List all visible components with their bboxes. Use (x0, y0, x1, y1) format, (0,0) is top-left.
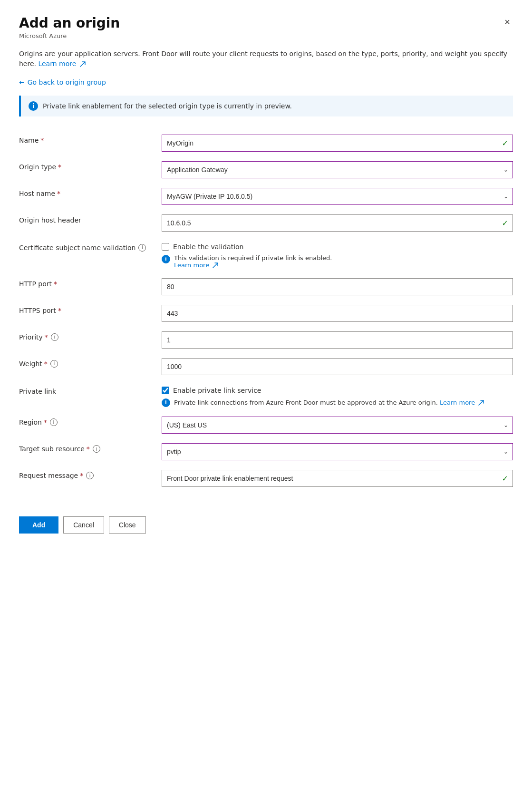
request-message-input[interactable] (162, 470, 513, 487)
name-required-star: * (40, 136, 44, 144)
weight-field (162, 353, 513, 380)
region-field: (US) East US ⌄ (162, 412, 513, 438)
description-text: Origins are your application servers. Fr… (19, 49, 513, 69)
cert-validation-info-icon[interactable]: i (138, 244, 146, 252)
host-name-field: MyAGW (Private IP 10.6.0.5) ⌄ (162, 183, 513, 210)
private-link-checkbox-label: Enable private link service (173, 387, 261, 394)
cert-validation-label: Certificate subject name validation i (19, 236, 152, 273)
origin-type-required-star: * (58, 163, 61, 171)
host-name-select[interactable]: MyAGW (Private IP 10.6.0.5) (162, 188, 513, 205)
add-button[interactable]: Add (19, 516, 58, 534)
cert-note-info-icon: i (162, 255, 170, 263)
origin-type-field: Application Gateway ⌄ (162, 156, 513, 183)
cert-validation-checkbox-label: Enable the validation (173, 243, 244, 251)
priority-required-star: * (45, 333, 48, 341)
request-message-required-star: * (80, 472, 83, 479)
name-input[interactable] (162, 135, 513, 152)
target-sub-resource-info-icon[interactable]: i (93, 445, 100, 453)
cert-validation-checkbox[interactable] (162, 243, 169, 251)
request-message-input-wrapper: ✓ (162, 470, 513, 487)
https-port-field (162, 300, 513, 327)
private-link-label: Private link (19, 380, 152, 412)
close-panel-button[interactable]: Close (109, 516, 146, 534)
private-link-learn-more-link[interactable]: Learn more (440, 399, 484, 406)
weight-required-star: * (44, 360, 48, 368)
https-port-label: HTTPS port * (19, 300, 152, 327)
host-name-required-star: * (57, 190, 60, 197)
close-button[interactable]: × (502, 15, 513, 29)
private-link-note: i Private link connections from Azure Fr… (162, 398, 484, 408)
back-link-label: Go back to origin group (28, 78, 106, 86)
cert-validation-note: i This validation is required if private… (162, 254, 332, 269)
target-sub-resource-field: pvtip ⌄ (162, 438, 513, 465)
weight-info-icon[interactable]: i (50, 360, 58, 368)
http-port-field (162, 273, 513, 300)
target-sub-resource-label: Target sub resource * i (19, 438, 152, 465)
https-port-input[interactable] (162, 305, 513, 322)
origin-type-select[interactable]: Application Gateway (162, 161, 513, 178)
private-link-note-info-icon: i (162, 398, 170, 407)
name-check-icon: ✓ (502, 138, 508, 147)
region-select[interactable]: (US) East US (162, 417, 513, 434)
info-banner-text: Private link enablement for the selected… (43, 102, 292, 110)
name-input-wrapper: ✓ (162, 135, 513, 152)
weight-input[interactable] (162, 358, 513, 375)
form: Name * ✓ Origin type * Application Gatew… (19, 130, 513, 492)
http-port-input[interactable] (162, 278, 513, 295)
region-label: Region * i (19, 412, 152, 438)
request-message-field: ✓ (162, 465, 513, 492)
panel-subtitle: Microsoft Azure (19, 32, 120, 39)
name-label: Name * (19, 130, 152, 156)
priority-field (162, 327, 513, 353)
weight-label: Weight * i (19, 353, 152, 380)
origin-host-header-field: ✓ (162, 210, 513, 236)
priority-label: Priority * i (19, 327, 152, 353)
description-learn-more-link[interactable]: Learn more (38, 60, 85, 68)
cert-validation-checkbox-row: Enable the validation (162, 243, 244, 251)
header-text: Add an origin Microsoft Azure (19, 15, 120, 39)
external-link-icon (80, 61, 86, 67)
description-body: Origins are your application servers. Fr… (19, 50, 507, 68)
target-sub-resource-select[interactable]: pvtip (162, 443, 513, 460)
back-link[interactable]: ← Go back to origin group (19, 78, 513, 86)
request-message-label: Request message * i (19, 465, 152, 492)
request-message-check-icon: ✓ (502, 474, 508, 483)
cancel-button[interactable]: Cancel (63, 516, 104, 534)
private-link-external-link-icon (478, 400, 484, 406)
private-link-note-text: Private link connections from Azure Fron… (174, 399, 484, 406)
region-required-star: * (44, 418, 47, 426)
cert-note-text: This validation is required if private l… (174, 254, 332, 262)
private-link-checkbox[interactable] (162, 387, 169, 394)
name-field: ✓ (162, 130, 513, 156)
http-port-required-star: * (54, 280, 57, 288)
cert-note-learn-more-link[interactable]: Learn more (174, 262, 218, 269)
origin-type-select-wrapper: Application Gateway ⌄ (162, 161, 513, 178)
panel-header: Add an origin Microsoft Azure × (19, 15, 513, 39)
cert-note-external-link-icon (213, 262, 218, 268)
footer-buttons: Add Cancel Close (19, 507, 513, 534)
host-name-label: Host name * (19, 183, 152, 210)
target-sub-resource-select-wrapper: pvtip ⌄ (162, 443, 513, 460)
cert-validation-field: Enable the validation i This validation … (162, 236, 513, 273)
origin-type-label: Origin type * (19, 156, 152, 183)
private-link-field: Enable private link service i Private li… (162, 380, 513, 412)
origin-host-header-label: Origin host header (19, 210, 152, 236)
info-banner-icon: i (29, 101, 38, 111)
target-sub-resource-required-star: * (87, 445, 90, 453)
info-banner: i Private link enablement for the select… (19, 96, 513, 116)
region-select-wrapper: (US) East US ⌄ (162, 417, 513, 434)
private-link-checkbox-row: Enable private link service (162, 387, 261, 394)
origin-host-header-check-icon: ✓ (502, 218, 508, 227)
origin-host-header-input-wrapper: ✓ (162, 214, 513, 232)
add-origin-panel: Add an origin Microsoft Azure × Origins … (0, 0, 532, 796)
request-message-info-icon[interactable]: i (86, 472, 94, 479)
priority-info-icon[interactable]: i (51, 333, 58, 341)
http-port-label: HTTP port * (19, 273, 152, 300)
back-arrow-icon: ← (19, 78, 25, 86)
origin-host-header-input[interactable] (162, 214, 513, 232)
priority-input[interactable] (162, 331, 513, 349)
region-info-icon[interactable]: i (50, 418, 58, 426)
https-port-required-star: * (58, 307, 61, 314)
host-name-select-wrapper: MyAGW (Private IP 10.6.0.5) ⌄ (162, 188, 513, 205)
panel-title: Add an origin (19, 15, 120, 31)
